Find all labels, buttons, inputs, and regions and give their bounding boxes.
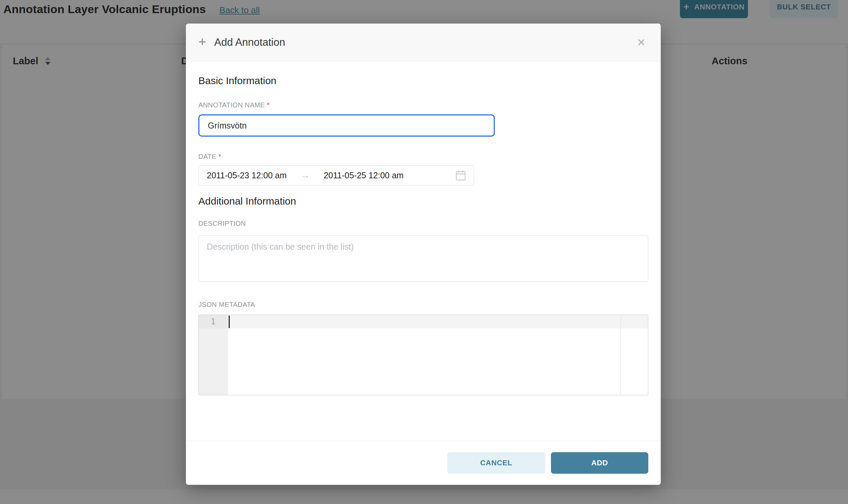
editor-active-line [228, 315, 648, 328]
section-additional-information: Additional Information [198, 196, 648, 207]
date-label: DATE * [198, 153, 648, 161]
modal-header: + Add Annotation ✕ [186, 23, 661, 61]
cancel-button[interactable]: CANCEL [447, 452, 545, 474]
range-arrow-icon: → [287, 170, 324, 181]
date-start-value[interactable]: 2011-05-23 12:00 am [207, 170, 287, 180]
json-metadata-editor[interactable]: 1 [198, 314, 648, 395]
add-button[interactable]: ADD [551, 452, 648, 474]
date-range-picker[interactable]: 2011-05-23 12:00 am → 2011-05-25 12:00 a… [198, 165, 474, 185]
description-textarea[interactable] [198, 235, 648, 282]
section-basic-information: Basic Information [198, 75, 648, 87]
json-metadata-label: JSON METADATA [198, 301, 648, 308]
editor-gutter: 1 [199, 315, 228, 395]
plus-icon: + [198, 35, 206, 49]
date-end-value[interactable]: 2011-05-25 12:00 am [324, 170, 403, 180]
editor-line-number: 1 [199, 315, 227, 328]
modal-title: Add Annotation [214, 36, 285, 49]
editor-print-margin [620, 315, 621, 395]
modal-footer: CANCEL ADD [186, 441, 661, 485]
modal-body: Basic Information ANNOTATION NAME * DATE… [186, 61, 661, 395]
annotation-name-input[interactable] [198, 114, 495, 137]
calendar-icon [456, 170, 466, 181]
add-annotation-modal: + Add Annotation ✕ Basic Information ANN… [186, 23, 661, 485]
app-screen: Annotation Layer Volcanic Eruptions Back… [0, 0, 848, 504]
description-label: DESCRIPTION [198, 220, 648, 228]
annotation-name-label: ANNOTATION NAME * [198, 101, 648, 109]
required-asterisk: * [267, 101, 270, 109]
close-icon[interactable]: ✕ [635, 36, 647, 49]
required-asterisk: * [218, 153, 221, 161]
editor-caret [229, 316, 230, 328]
